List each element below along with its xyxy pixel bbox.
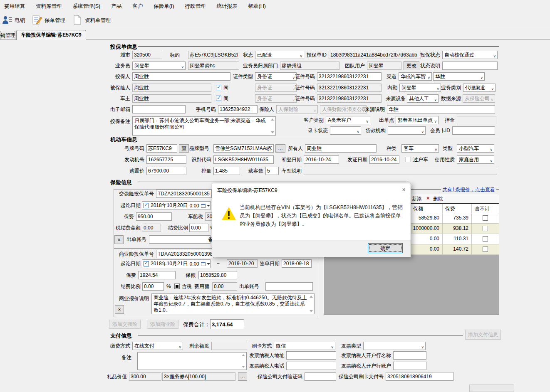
- status-combo[interactable]: 已配送: [255, 51, 304, 59]
- date-enabled-checkbox[interactable]: [144, 261, 149, 266]
- menu-item-policy[interactable]: 保险单(I): [154, 3, 174, 10]
- partial-button[interactable]: [469, 385, 514, 392]
- menu-item-system[interactable]: 系统管理(S): [73, 3, 101, 10]
- plate-field[interactable]: [146, 144, 177, 153]
- type-combo[interactable]: 小型汽车: [457, 144, 494, 153]
- engine-field[interactable]: [146, 155, 186, 164]
- menu-item-library[interactable]: 资料库管理: [36, 3, 62, 10]
- salesman-combo[interactable]: 闵登攀: [132, 62, 186, 70]
- compulsory-policy-no-field[interactable]: [156, 190, 212, 198]
- owner-field[interactable]: [132, 94, 211, 103]
- quote-note-textarea[interactable]: 商业险：连续2年没有发生赔款，标准折扣0.446250。无赔款优待及上年赔款记录…: [151, 293, 315, 314]
- quote-count-link[interactable]: 共有1条报价，点击查看: [441, 186, 496, 193]
- total-premium-field[interactable]: [210, 319, 244, 329]
- tax-included-checkbox[interactable]: [174, 284, 180, 289]
- displacement-field[interactable]: [213, 167, 240, 175]
- add-payment-button[interactable]: 添加支付信息: [465, 330, 501, 340]
- invoice-type-combo[interactable]: [363, 342, 426, 350]
- add-compulsory-button[interactable]: 添加交强险: [109, 320, 141, 329]
- compulsory-rate-field[interactable]: [189, 224, 208, 232]
- tax-fee-field[interactable]: [142, 224, 161, 232]
- kind-combo[interactable]: 客车: [401, 144, 439, 153]
- customer-type-combo[interactable]: A类老客户: [326, 116, 370, 124]
- card-pay-no-field[interactable]: [386, 372, 453, 381]
- transfer-checkbox[interactable]: [406, 157, 411, 162]
- city-field[interactable]: [132, 51, 162, 59]
- compulsory-account-field[interactable]: [149, 235, 211, 244]
- brand-field[interactable]: [213, 144, 274, 153]
- payment-note-textarea[interactable]: [137, 352, 247, 370]
- owner-id-no-field[interactable]: [317, 94, 382, 103]
- usage-combo[interactable]: 家庭自用: [457, 155, 494, 164]
- scrollbar[interactable]: [270, 117, 275, 135]
- gift-value-field[interactable]: [129, 372, 161, 381]
- scrollbar[interactable]: [308, 294, 314, 313]
- owner-same-checkbox[interactable]: [216, 96, 221, 101]
- tab-policy-edit[interactable]: 车险投保单编辑-苏E57KC9: [16, 30, 86, 40]
- clerk-combo[interactable]: 闵登攀: [399, 84, 441, 92]
- deductible-checkbox[interactable]: [483, 226, 488, 231]
- scrollbar[interactable]: [240, 353, 246, 369]
- loan-org-combo[interactable]: [388, 126, 426, 135]
- bank-acct-field[interactable]: [393, 362, 426, 370]
- applicant-field[interactable]: [132, 72, 230, 81]
- remaining-field[interactable]: [211, 342, 247, 350]
- source-device-combo[interactable]: 其他人工: [407, 94, 439, 103]
- issue-point-combo[interactable]: 郭巷基地出单点: [396, 116, 439, 124]
- invoice-addr-field[interactable]: [286, 351, 336, 360]
- fee-field[interactable]: [212, 282, 237, 291]
- vin-field[interactable]: [213, 155, 274, 164]
- insured-field[interactable]: [132, 84, 211, 92]
- pay-method-combo[interactable]: 在线支付: [132, 342, 183, 350]
- deductible-checkbox[interactable]: [483, 247, 488, 252]
- card-method-combo[interactable]: 微信: [274, 342, 335, 350]
- grid-delete-button[interactable]: 删除: [433, 195, 443, 203]
- commercial-date-end-field[interactable]: [227, 259, 258, 268]
- menu-item-admin[interactable]: 行政管理: [185, 3, 206, 10]
- compulsory-premium-field[interactable]: [136, 212, 172, 221]
- grid-add-button[interactable]: 新添: [412, 195, 422, 203]
- tab-telemarketing-manage[interactable]: 销管理: [0, 31, 15, 39]
- dept-field[interactable]: [280, 62, 339, 70]
- deposit-field[interactable]: [457, 116, 496, 124]
- policy-manage-button[interactable]: 保单管理: [32, 15, 65, 27]
- gift-desc-field[interactable]: [162, 372, 235, 381]
- ok-button[interactable]: 确定: [368, 243, 403, 253]
- mobile-field[interactable]: [218, 105, 258, 113]
- policy-id-field[interactable]: [329, 51, 421, 59]
- commercial-account-field[interactable]: [265, 282, 313, 291]
- compulsory-date-start-picker[interactable]: 2018年10月20日 0:00: [142, 201, 211, 210]
- verify-code-field[interactable]: [305, 372, 336, 381]
- date-enabled-checkbox[interactable]: [144, 203, 149, 208]
- bank-name-field[interactable]: [393, 351, 426, 360]
- menu-item-help[interactable]: 帮助(H): [248, 3, 265, 10]
- model-note-field[interactable]: [304, 167, 497, 175]
- invoice-tel-field[interactable]: [286, 362, 336, 370]
- issue-date-field[interactable]: [369, 155, 399, 164]
- menu-item-report[interactable]: 统计报表: [216, 3, 237, 10]
- channel-store-combo[interactable]: 华胜: [433, 72, 485, 81]
- source-note-field[interactable]: [387, 105, 495, 113]
- commercial-date-start-picker[interactable]: 2018年10月21日 0:00: [142, 259, 211, 268]
- card-status-combo[interactable]: [330, 126, 361, 135]
- menu-item-product[interactable]: 产品: [111, 3, 121, 10]
- data-source-combo[interactable]: 从保险公司: [463, 94, 495, 103]
- insured-id-no-field[interactable]: [317, 84, 382, 92]
- email-field[interactable]: [132, 105, 186, 113]
- telemarketing-button[interactable]: 电销: [2, 15, 25, 27]
- datasheet-manage-button[interactable]: 资料单管理: [72, 15, 111, 27]
- calendar-dropdown-icon[interactable]: [201, 262, 211, 266]
- deductible-checkbox[interactable]: [483, 215, 488, 221]
- team-user-field[interactable]: [367, 62, 401, 70]
- delete-x-icon[interactable]: ×: [426, 194, 430, 202]
- biz-type-combo[interactable]: 代理渠道: [463, 84, 495, 92]
- salesman-account-field[interactable]: [188, 62, 239, 70]
- sign-date-field[interactable]: [282, 259, 312, 268]
- insurer-combo[interactable]: 人保财险: [276, 105, 318, 113]
- commercial-rate-field[interactable]: [142, 282, 164, 291]
- status-note-field[interactable]: [442, 62, 498, 70]
- dialog-close-icon[interactable]: ×: [402, 186, 406, 193]
- vehicle-owner-field[interactable]: [305, 144, 377, 153]
- insured-same-checkbox[interactable]: [216, 85, 221, 90]
- member-id-field[interactable]: [452, 126, 495, 135]
